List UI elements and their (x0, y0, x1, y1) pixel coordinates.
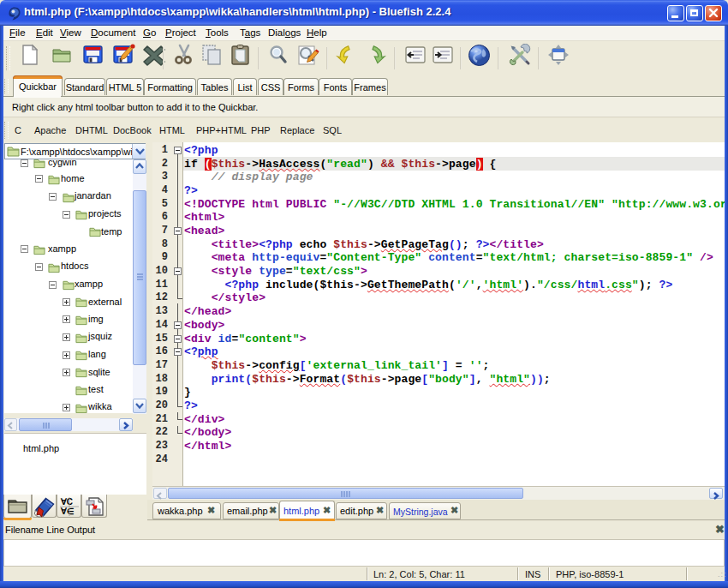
svg-text:∀C: ∀C (60, 497, 73, 507)
svg-text:∀∈: ∀∈ (60, 507, 75, 516)
